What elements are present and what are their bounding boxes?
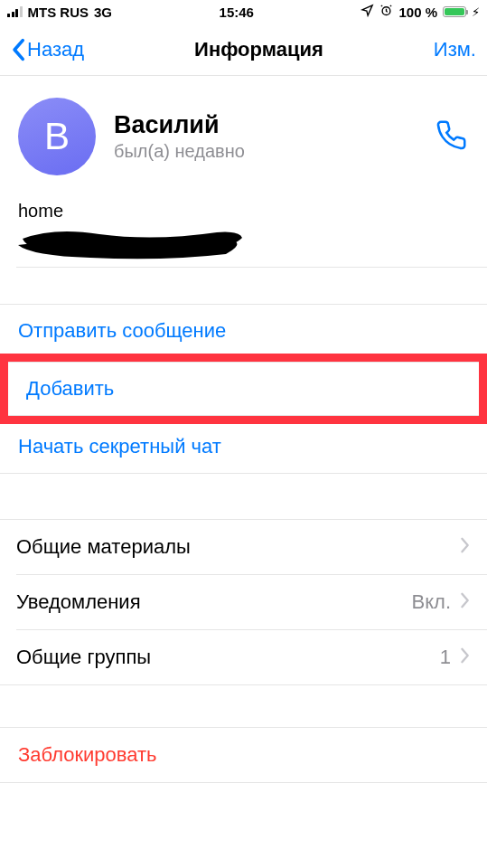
common-groups-row[interactable]: Общие группы 1	[0, 630, 487, 684]
secret-chat-button[interactable]: Начать секретный чат	[0, 420, 487, 473]
edit-button[interactable]: Изм.	[434, 38, 476, 61]
charging-icon: ⚡︎	[472, 5, 480, 19]
alarm-icon	[379, 4, 393, 20]
contact-text: Василий был(а) недавно	[114, 111, 245, 162]
chevron-left-icon	[11, 38, 25, 61]
notifications-value: Вкл.	[412, 590, 452, 614]
battery-text: 100 %	[398, 5, 437, 20]
highlight-annotation: Добавить	[0, 354, 487, 424]
add-button[interactable]: Добавить	[8, 363, 479, 415]
contact-name: Василий	[114, 111, 245, 139]
shared-media-row[interactable]: Общие материалы	[0, 520, 487, 574]
notifications-label: Уведомления	[16, 590, 141, 614]
status-left: MTS RUS 3G	[7, 5, 112, 20]
status-bar: MTS RUS 3G 15:46 100 % ⚡︎	[0, 0, 487, 24]
location-icon	[361, 4, 374, 20]
action-list: Отправить сообщение Добавить Начать секр…	[0, 304, 487, 474]
block-section: Заблокировать	[0, 727, 487, 783]
battery-icon	[443, 6, 466, 17]
common-groups-label: Общие группы	[16, 646, 151, 669]
phone-number-redacted[interactable]	[18, 225, 244, 261]
page-title: Информация	[194, 38, 323, 61]
nav-bar: Назад Информация Изм.	[0, 24, 487, 76]
block-button[interactable]: Заблокировать	[0, 728, 487, 782]
phone-label: home	[18, 201, 469, 222]
avatar[interactable]: В	[18, 98, 96, 175]
notifications-row[interactable]: Уведомления Вкл.	[0, 575, 487, 629]
back-button[interactable]: Назад	[11, 38, 84, 61]
call-button[interactable]	[435, 118, 469, 156]
contact-status: был(а) недавно	[114, 141, 245, 162]
signal-icon	[7, 6, 23, 17]
back-label: Назад	[27, 38, 84, 61]
status-time: 15:46	[220, 5, 254, 20]
chevron-right-icon	[460, 646, 471, 669]
network-label: 3G	[94, 5, 112, 20]
chevron-right-icon	[460, 535, 471, 559]
contact-header: В Василий был(а) недавно	[0, 76, 487, 184]
send-message-button[interactable]: Отправить сообщение	[0, 305, 487, 357]
chevron-right-icon	[460, 590, 471, 614]
phone-icon	[435, 118, 469, 152]
common-groups-value: 1	[440, 646, 451, 669]
status-right: 100 % ⚡︎	[361, 4, 480, 20]
shared-media-label: Общие материалы	[16, 535, 191, 559]
phone-section: home	[0, 184, 487, 267]
settings-list: Общие материалы Уведомления Вкл. Общие г…	[0, 519, 487, 685]
carrier-label: MTS RUS	[28, 5, 89, 20]
